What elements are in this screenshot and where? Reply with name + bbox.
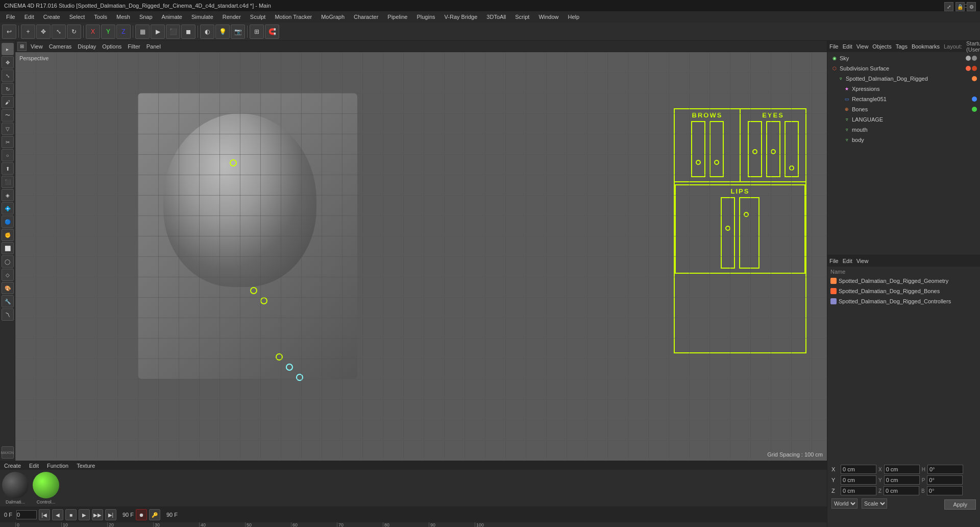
create-mat-btn[interactable]: Create: [2, 463, 23, 469]
material-ball-control[interactable]: [33, 472, 59, 498]
world-select[interactable]: World: [831, 498, 857, 509]
z-input[interactable]: [841, 486, 876, 495]
tree-file-menu[interactable]: File: [829, 43, 839, 50]
obj-geometry[interactable]: Spotted_Dalmatian_Dog_Rigged_Geometry: [828, 276, 979, 286]
eyes-slider-2[interactable]: [766, 121, 780, 177]
tree-edit-menu[interactable]: Edit: [843, 43, 852, 50]
record-btn[interactable]: ⏺: [136, 509, 147, 520]
light-mode[interactable]: 💡: [215, 25, 230, 39]
subdiv-dot[interactable]: [966, 66, 971, 71]
tree-view-menu[interactable]: View: [856, 43, 869, 50]
brows-slider-1[interactable]: [691, 121, 705, 177]
timeline-ruler[interactable]: 0 10 20 30 40 50 60 70 80 90 100: [0, 522, 827, 527]
menu-render[interactable]: Render: [218, 13, 245, 21]
rect-dot[interactable]: [972, 97, 977, 102]
menu-sculpt[interactable]: Sculpt: [246, 13, 270, 21]
menu-animate[interactable]: Animate: [158, 13, 186, 21]
tree-tags-menu[interactable]: Tags: [896, 43, 908, 50]
paint-tool[interactable]: 🖌: [2, 96, 14, 108]
frame-input[interactable]: [16, 510, 37, 519]
snap-button[interactable]: 🧲: [265, 25, 279, 39]
flatten-tool[interactable]: ⬜: [2, 242, 14, 254]
menu-pipeline[interactable]: Pipeline: [383, 13, 411, 21]
scale-select[interactable]: Scale: [862, 498, 887, 509]
menu-motion-tracker[interactable]: Motion Tracker: [271, 13, 316, 21]
obj-bones[interactable]: Spotted_Dalmatian_Dog_Rigged_Bones: [828, 286, 979, 296]
tree-item-bones[interactable]: ⊕ Bones: [828, 104, 979, 114]
edit-mat-btn[interactable]: Edit: [27, 463, 41, 469]
menu-3dtoall[interactable]: 3DToAll: [482, 13, 510, 21]
autokey-btn[interactable]: 🔑: [149, 509, 160, 520]
rotate-tool[interactable]: ↻: [2, 83, 14, 95]
render-region[interactable]: ⬛: [166, 25, 180, 39]
rig-circle-5[interactable]: [286, 364, 293, 371]
subdiv-close[interactable]: [972, 66, 977, 71]
b-input[interactable]: [927, 486, 963, 495]
dog-dot[interactable]: [972, 76, 977, 81]
extrude-tool[interactable]: ⬆: [2, 162, 14, 175]
smooth-tool[interactable]: 🔵: [2, 215, 14, 228]
tool-z[interactable]: Z: [116, 25, 131, 39]
rig-circle-6[interactable]: [296, 374, 303, 381]
grid-button[interactable]: ⊞: [250, 25, 264, 39]
scale-tool[interactable]: ⤡: [2, 69, 14, 82]
eyes-slider-1[interactable]: [748, 121, 762, 177]
menu-select[interactable]: Select: [65, 13, 89, 21]
tree-item-rect[interactable]: ▭ Rectangle051: [828, 94, 979, 104]
stop-btn[interactable]: ■: [65, 509, 77, 520]
x-input[interactable]: [841, 465, 876, 474]
menu-create[interactable]: Create: [39, 13, 64, 21]
play-btn[interactable]: ▶: [79, 509, 90, 520]
frame-start-btn[interactable]: |◀: [39, 509, 50, 520]
rig-circle-4[interactable]: [276, 353, 283, 361]
y-input[interactable]: [841, 475, 876, 485]
hair-tool[interactable]: 〽: [2, 308, 14, 321]
filter-menu[interactable]: Filter: [126, 43, 142, 50]
bridge-tool[interactable]: ⬛: [2, 176, 14, 188]
new-button[interactable]: +: [21, 25, 35, 39]
lips-slider-2[interactable]: [739, 197, 760, 269]
menu-v-ray-bridge[interactable]: V-Ray Bridge: [440, 13, 482, 21]
render-view[interactable]: ◼: [181, 25, 195, 39]
play-reverse-btn[interactable]: ◀: [52, 509, 63, 520]
tree-bookmarks-menu[interactable]: Bookmarks: [912, 43, 940, 50]
eyes-dot-1[interactable]: [752, 149, 757, 154]
move-tool[interactable]: ✥: [2, 56, 14, 68]
menu-snap[interactable]: Snap: [135, 13, 157, 21]
cameras-menu[interactable]: Cameras: [47, 43, 74, 50]
menu-edit[interactable]: Edit: [20, 13, 38, 21]
play-fast-btn[interactable]: ▶▶: [92, 509, 103, 520]
menu-plugins[interactable]: Plugins: [412, 13, 439, 21]
y-input2[interactable]: [884, 475, 920, 485]
attr-edit-menu[interactable]: Edit: [843, 258, 852, 264]
select-tool[interactable]: ▸: [2, 43, 14, 55]
rig-circle-2[interactable]: [250, 287, 257, 294]
sky-check[interactable]: [972, 56, 977, 61]
rig-circle-3[interactable]: [260, 297, 267, 304]
eyes-slider-3[interactable]: [785, 121, 799, 177]
tree-item-subdiv[interactable]: ⬡ Subdivision Surface: [828, 63, 979, 74]
grab-tool[interactable]: ✊: [2, 229, 14, 241]
tree-item-body[interactable]: ▿ body: [828, 135, 979, 145]
options-menu[interactable]: Options: [100, 43, 124, 50]
obj-controllers[interactable]: Spotted_Dalmatian_Dog_Rigged_Controllers: [828, 296, 979, 306]
camera-mode[interactable]: 📷: [231, 25, 245, 39]
apply-button[interactable]: Apply: [944, 499, 976, 510]
knife-tool[interactable]: ✂: [2, 136, 14, 148]
menu-help[interactable]: Help: [564, 13, 584, 21]
attr-view-menu[interactable]: View: [856, 258, 869, 264]
tool-y[interactable]: Y: [101, 25, 115, 39]
polygon-tool[interactable]: ▽: [2, 123, 14, 135]
panel-menu[interactable]: Panel: [144, 43, 163, 50]
sky-dot[interactable]: [966, 56, 971, 61]
menu-mesh[interactable]: Mesh: [112, 13, 134, 21]
lips-dot-1[interactable]: [725, 226, 730, 231]
viewport[interactable]: Perspective Grid Spacing : 100 cm: [15, 52, 827, 461]
brows-dot-2[interactable]: [714, 160, 719, 165]
tool-x[interactable]: X: [86, 25, 100, 39]
magnet-tool[interactable]: 🔧: [2, 295, 14, 307]
bones-dot[interactable]: [972, 107, 977, 112]
display-menu[interactable]: Display: [76, 43, 98, 50]
viewport-icon-1[interactable]: ⊞: [17, 42, 27, 51]
spline-tool[interactable]: 〜: [2, 109, 14, 122]
